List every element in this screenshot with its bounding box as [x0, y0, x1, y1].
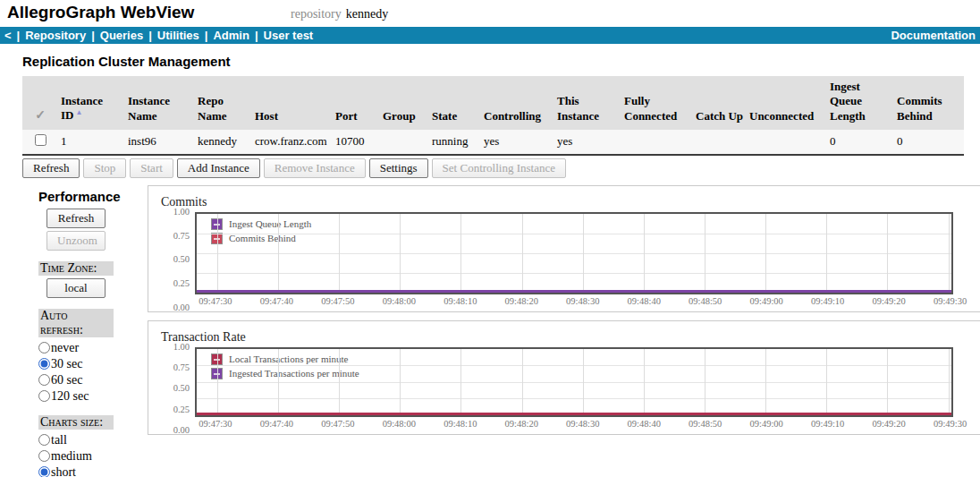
- auto-refresh-option-120-sec[interactable]: 120 sec: [38, 388, 148, 405]
- cell-controlling: yes: [481, 130, 554, 155]
- auto-refresh-label: Auto refresh:: [38, 309, 114, 337]
- nav-separator: |: [148, 29, 152, 42]
- cell-port: 10700: [333, 130, 380, 155]
- auto-refresh-radio-60-sec[interactable]: [38, 374, 50, 386]
- x-axis-tick: 09:49:10: [811, 296, 844, 306]
- legend-label: Commits Behind: [229, 233, 296, 243]
- nav-separator: |: [91, 29, 95, 42]
- app-title: AllegroGraph WebView: [7, 3, 194, 22]
- column-header-fully-connected[interactable]: Fully Connected: [621, 76, 693, 130]
- x-axis-tick: 09:48:00: [383, 296, 416, 306]
- nav-bar: < |Repository|Queries|Utilities|Admin|Us…: [0, 27, 980, 44]
- column-header-state[interactable]: State: [429, 76, 481, 130]
- x-axis-tick: 09:49:20: [872, 296, 905, 306]
- y-axis-tick: 0.00: [152, 302, 190, 312]
- charts-size-option-tall[interactable]: tall: [38, 432, 148, 448]
- column-header-instance-name[interactable]: Instance Name: [125, 76, 195, 130]
- auto-refresh-radio-30-sec[interactable]: [38, 358, 50, 370]
- x-axis-tick: 09:47:40: [260, 419, 293, 429]
- column-header-port[interactable]: Port: [333, 76, 380, 130]
- data-series-line: [197, 290, 951, 293]
- column-header-commits-behind[interactable]: Commits Behind: [894, 76, 964, 130]
- cell-instance-name: inst96: [125, 130, 195, 155]
- select-all-check-icon[interactable]: ✓: [22, 76, 58, 130]
- cell-fully-connected: [621, 130, 693, 155]
- x-axis-tick: 09:49:20: [872, 419, 905, 429]
- legend-item: Local Transactions per minute: [211, 353, 359, 365]
- repository-name: kennedy: [346, 7, 388, 21]
- auto-refresh-option-60-sec[interactable]: 60 sec: [38, 372, 148, 388]
- remove-instance-button[interactable]: Remove Instance: [264, 158, 366, 178]
- cell-unconnected: [747, 130, 827, 155]
- charts-size-radio-group: tallmediumshorttiny: [38, 432, 148, 477]
- nav-menu: < |Repository|Queries|Utilities|Admin|Us…: [4, 29, 313, 42]
- chart-legend: Local Transactions per minuteIngested Tr…: [211, 353, 359, 382]
- column-header-repo-name[interactable]: Repo Name: [195, 76, 252, 130]
- sort-ascending-icon: ▲: [75, 108, 82, 116]
- column-header-unconnected[interactable]: Unconnected: [747, 76, 827, 130]
- legend-item: Ingested Transactions per minute: [211, 368, 359, 379]
- back-arrow-icon[interactable]: <: [4, 29, 12, 42]
- performance-refresh-button[interactable]: Refresh: [46, 209, 106, 228]
- add-instance-button[interactable]: Add Instance: [177, 158, 260, 178]
- set-controlling-instance-button[interactable]: Set Controlling Instance: [432, 158, 566, 178]
- x-axis-tick: 09:47:40: [260, 296, 293, 306]
- charts-size-radio-short[interactable]: [38, 466, 50, 477]
- nav-item-utilities[interactable]: Utilities: [157, 29, 199, 42]
- nav-item-admin[interactable]: Admin: [213, 29, 249, 42]
- y-axis-tick: 0.75: [152, 362, 190, 372]
- auto-refresh-radio-group: never30 sec60 sec120 sec: [38, 340, 148, 405]
- chart-title: Transaction Rate: [161, 330, 980, 345]
- column-header-controlling[interactable]: Controlling: [481, 76, 554, 130]
- table-row: 1inst96kennedycrow.franz.com10700running…: [22, 130, 964, 155]
- cell-state: running: [429, 130, 481, 155]
- timezone-label: Time Zone:: [38, 261, 114, 276]
- documentation-link[interactable]: Documentation: [891, 29, 976, 42]
- auto-refresh-radio-never[interactable]: [38, 342, 50, 353]
- nav-item-queries[interactable]: Queries: [100, 29, 143, 42]
- charts-size-option-medium[interactable]: medium: [38, 448, 148, 464]
- y-axis-tick: 0.50: [152, 383, 190, 393]
- unzoom-button[interactable]: Unzoom: [46, 231, 106, 251]
- charts-size-radio-tall[interactable]: [38, 434, 50, 446]
- y-axis-tick: 1.00: [152, 342, 190, 352]
- start-button[interactable]: Start: [130, 158, 173, 178]
- x-axis-tick: 09:47:30: [199, 296, 232, 306]
- column-header-this-instance[interactable]: This Instance: [554, 76, 621, 130]
- row-select-checkbox[interactable]: [35, 134, 46, 146]
- chart-legend: Ingest Queue LengthCommits Behind: [211, 218, 311, 247]
- auto-refresh-radio-120-sec[interactable]: [38, 390, 50, 402]
- column-header-host[interactable]: Host: [252, 76, 333, 130]
- auto-refresh-option-never[interactable]: never: [38, 340, 148, 356]
- x-axis-tick: 09:48:20: [505, 296, 538, 306]
- y-axis-tick: 0.00: [152, 425, 190, 435]
- column-header-group[interactable]: Group: [380, 76, 429, 130]
- auto-refresh-option-30-sec[interactable]: 30 sec: [38, 356, 148, 372]
- column-header-instance-id[interactable]: Instance ID▲: [58, 76, 125, 130]
- column-header-catch-up[interactable]: Catch Up: [693, 76, 747, 130]
- cell-ingest-queue-length: 0: [827, 130, 894, 155]
- x-axis-tick: 09:48:10: [444, 296, 477, 306]
- x-axis-tick: 09:48:50: [689, 296, 722, 306]
- cell-instance-id: 1: [58, 130, 125, 155]
- x-axis-tick: 09:49:30: [934, 419, 967, 429]
- x-axis-tick: 09:47:50: [321, 419, 354, 429]
- cell-group: [380, 130, 429, 155]
- charts-size-radio-medium[interactable]: [38, 450, 50, 462]
- refresh-button[interactable]: Refresh: [22, 158, 80, 178]
- chart-plot-area: Ingest Queue LengthCommits Behind: [195, 212, 953, 294]
- x-axis-tick: 09:49:00: [750, 296, 783, 306]
- stop-button[interactable]: Stop: [83, 158, 126, 178]
- transaction-rate-chart: Transaction Rate Local Transactions per …: [148, 320, 980, 435]
- nav-item-repository[interactable]: Repository: [25, 29, 86, 42]
- cluster-table: ✓Instance ID▲Instance NameRepo NameHostP…: [22, 76, 964, 156]
- timezone-button[interactable]: local: [46, 278, 106, 298]
- settings-button[interactable]: Settings: [369, 158, 428, 178]
- nav-item-user-test[interactable]: User test: [264, 29, 314, 42]
- page-title: Replication Cluster Management: [22, 54, 980, 69]
- charts-size-option-short[interactable]: short: [38, 464, 148, 477]
- cell-host: crow.franz.com: [252, 130, 333, 155]
- commits-chart: Commits Ingest Queue LengthCommits Behin…: [148, 185, 980, 312]
- performance-panel: Performance Refresh Unzoom Time Zone: lo…: [22, 185, 148, 477]
- column-header-ingest-queue-length[interactable]: Ingest Queue Length: [827, 76, 894, 130]
